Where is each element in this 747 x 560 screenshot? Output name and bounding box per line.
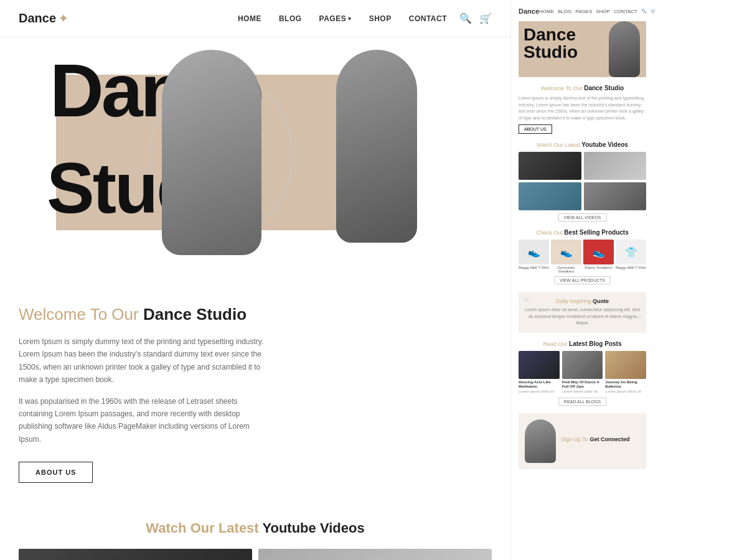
video-thumb-1[interactable]: ▶ — [19, 549, 252, 560]
mini-see-all-videos[interactable]: VIEW ALL VIDEOS — [558, 213, 606, 222]
mini-video-2[interactable] — [584, 152, 647, 180]
mini-video-grid — [519, 152, 646, 210]
nav-blog[interactable]: BLOG — [279, 14, 302, 23]
mini-signup: Sign Up To Get Connected — [519, 413, 646, 469]
mini-quote-text: Lorem ipsum dolor sit amet, consectetur … — [525, 307, 640, 327]
mini-search-icon[interactable]: 🔍 — [641, 9, 647, 14]
mini-signup-dancer — [525, 419, 556, 463]
mini-nav: Dance HOME BLOG PAGES SHOP CONTACT 🔍 🛒 — [519, 7, 646, 15]
search-icon[interactable]: 🔍 — [459, 12, 472, 24]
mini-hero: Dance Studio — [519, 21, 646, 77]
mini-blog-3[interactable]: Journey for Being Ballerina Lorem ipsum … — [605, 351, 646, 394]
about-title-bold: Dance Studio — [143, 305, 247, 324]
mini-blog-title: Read Our Latest Blog Posts — [519, 340, 646, 347]
mini-blog-grid: Dancing Acts Like Meditation Lorem ipsum… — [519, 351, 646, 394]
mini-see-all-products[interactable]: VIEW ALL PRODUCTS — [554, 276, 611, 284]
mini-hero-dance: Dance — [524, 26, 578, 44]
mini-welcome: Welcome To Our Dance Studio Lorem ipsum … — [519, 85, 646, 134]
nav-contact[interactable]: CONTACT — [409, 14, 447, 23]
quote-mark-left: " — [524, 295, 529, 312]
mini-video-title: Watch Our Latest Youtube Videos — [519, 141, 646, 148]
mini-signup-title: Sign Up To Get Connected — [561, 436, 640, 442]
mini-welcome-text: Lorem ipsum is simply dummy text of the … — [519, 95, 646, 121]
mini-video-1[interactable] — [519, 152, 581, 180]
hero-section: Dance Studio — [19, 50, 492, 261]
mini-see-all-blogs[interactable]: READ ALL BLOGS — [558, 398, 606, 406]
mini-blog-2[interactable]: Find Way Of Dance A Full Off Jazz Lorem … — [562, 351, 603, 394]
nav-links: HOME BLOG PAGES ▾ SHOP CONTACT — [238, 14, 447, 23]
logo-text: Dance — [19, 11, 56, 26]
mini-nav-contact[interactable]: CONTACT — [614, 9, 637, 14]
mini-video-section: Watch Our Latest Youtube Videos VIEW ALL… — [519, 141, 646, 222]
nav-shop[interactable]: SHOP — [369, 14, 392, 23]
mini-cart-icon[interactable]: 🛒 — [651, 9, 656, 14]
mini-nav-home[interactable]: HOME — [539, 9, 554, 14]
mini-products-title: Check Out Best Selling Products — [519, 229, 646, 236]
mini-welcome-title: Welcome To Our Dance Studio — [519, 85, 646, 91]
quote-mark-right: " — [636, 312, 641, 330]
chevron-down-icon: ▾ — [348, 16, 352, 22]
video-title-bold: Youtube Videos — [262, 520, 364, 536]
nav-pages[interactable]: PAGES ▾ — [319, 14, 352, 23]
video-grid: ▶ ▶ — [19, 549, 492, 560]
mini-nav-shop[interactable]: SHOP — [596, 9, 610, 14]
main-nav: Dance ✦ HOME BLOG PAGES ▾ SHOP CONTACT 🔍… — [0, 0, 510, 37]
mini-products: Check Out Best Selling Products 👟 Baggy … — [519, 229, 646, 284]
dancer-right — [336, 50, 417, 243]
logo: Dance ✦ — [19, 11, 68, 26]
video-title-colored: Watch Our Latest — [146, 520, 258, 536]
nav-home[interactable]: HOME — [238, 14, 261, 23]
about-para-2: It was popularised in the 1960s with the… — [19, 395, 268, 446]
mini-about-btn[interactable]: ABOUT US — [519, 124, 552, 134]
about-section: Welcome To Our Dance Studio Lorem Ipsum … — [0, 274, 510, 502]
about-title: Welcome To Our Dance Studio — [19, 305, 492, 324]
mini-product-grid: 👟 Baggy Midi T-Shin 👟 Gymnastic Sneakers… — [519, 240, 646, 273]
mini-product-2[interactable]: 👟 Gymnastic Sneakers — [551, 240, 581, 273]
mini-blog: Read Our Latest Blog Posts Dancing Acts … — [519, 340, 646, 406]
mini-logo: Dance — [519, 7, 539, 15]
right-preview-panel: Dance HOME BLOG PAGES SHOP CONTACT 🔍 🛒 D… — [510, 0, 654, 560]
about-title-colored: Welcome To Our — [19, 305, 139, 324]
mini-signup-content: Sign Up To Get Connected — [561, 436, 640, 446]
mini-hero-text: Dance Studio — [524, 26, 578, 61]
dancer-left — [162, 50, 261, 255]
mini-video-3[interactable] — [519, 182, 581, 210]
mini-blog-1[interactable]: Dancing Acts Like Meditation Lorem ipsum… — [519, 351, 560, 394]
mini-hero-studio: Studio — [524, 44, 578, 61]
about-para-1: Lorem Ipsum is simply dummy text of the … — [19, 335, 268, 386]
nav-icon-group: 🔍 🛒 — [459, 12, 492, 24]
mini-nav-links: HOME BLOG PAGES SHOP CONTACT 🔍 🛒 — [539, 9, 656, 14]
video-section: Watch Our Latest Youtube Videos ▶ ▶ — [0, 502, 510, 560]
mini-nav-pages[interactable]: PAGES — [575, 9, 592, 14]
mini-nav-blog[interactable]: BLOG — [558, 9, 571, 14]
mini-quote: " Daily Inspiring Quote Lorem ipsum dolo… — [519, 292, 646, 333]
mini-product-3[interactable]: 👟 Dance Sneakers — [583, 240, 614, 273]
logo-icon: ✦ — [59, 12, 68, 26]
cart-icon[interactable]: 🛒 — [479, 12, 492, 24]
mini-quote-title: Daily Inspiring Quote — [525, 298, 640, 304]
video-thumb-2[interactable]: ▶ — [258, 549, 492, 560]
mini-product-4[interactable]: 👕 Baggy Midi T-Shirt — [616, 240, 646, 273]
mini-product-1[interactable]: 👟 Baggy Midi T-Shin — [519, 240, 549, 273]
about-us-button[interactable]: ABOUT US — [19, 462, 93, 483]
mini-dancer — [609, 21, 640, 77]
video-section-title: Watch Our Latest Youtube Videos — [19, 520, 492, 536]
mini-video-4[interactable] — [584, 182, 647, 210]
